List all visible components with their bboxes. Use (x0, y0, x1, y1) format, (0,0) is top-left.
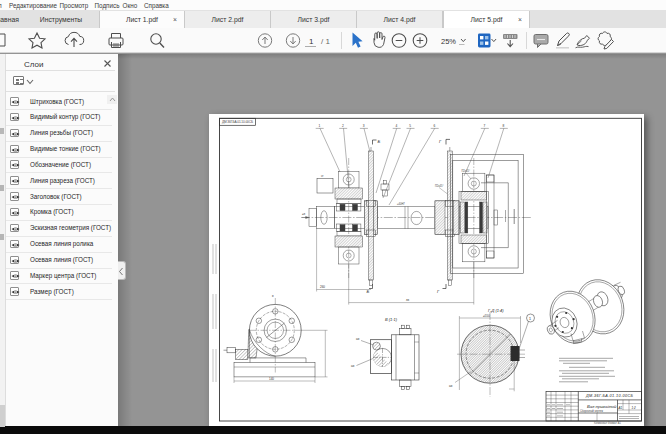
svg-text:1: 1 (309, 37, 314, 46)
svg-text:1: 1 (319, 124, 321, 128)
svg-text:7: 7 (484, 124, 486, 128)
svg-text:/ 1: / 1 (321, 37, 330, 46)
svg-text:5: 5 (409, 124, 411, 128)
svg-text:Вал приводной: Вал приводной (587, 404, 617, 409)
svg-text:Г: Г (439, 139, 442, 144)
svg-text:П2х45°: П2х45° (435, 184, 444, 188)
svg-text:8: 8 (503, 124, 505, 128)
svg-text:ав: ав (356, 337, 360, 341)
svg-text:⌀550: ⌀550 (483, 314, 490, 318)
svg-text:Копировал Формат А1: Копировал Формат А1 (594, 421, 621, 424)
svg-text:6: 6 (434, 124, 436, 128)
svg-text:Б: Б (378, 139, 381, 144)
svg-text:ДМ.36Г.БА.01.10.00СБ: ДМ.36Г.БА.01.10.00СБ (585, 394, 634, 398)
svg-text:Б: Б (367, 289, 370, 294)
svg-text:4: 4 (396, 124, 398, 128)
svg-text:⌀40Н7: ⌀40Н7 (397, 202, 405, 206)
svg-text:зв: зв (406, 298, 409, 302)
svg-text:Г: Г (437, 289, 440, 294)
svg-text:А1: А1 (618, 406, 623, 410)
svg-text:чт: чт (321, 175, 324, 178)
svg-text:ав: ав (351, 364, 355, 368)
svg-text:ДМ.36Г.БА.01.10.00СБ: ДМ.36Г.БА.01.10.00СБ (222, 120, 253, 124)
svg-text:1:2: 1:2 (632, 406, 637, 410)
svg-text:1: 1 (529, 317, 531, 321)
svg-text:3: 3 (363, 124, 365, 128)
svg-text:140: 140 (269, 377, 274, 381)
svg-text:2: 2 (342, 124, 344, 128)
svg-text:⌀з: ⌀з (302, 212, 306, 216)
svg-text:В (1:1): В (1:1) (385, 317, 398, 322)
svg-text:Г-Д (1:4): Г-Д (1:4) (488, 308, 504, 313)
svg-text:ав: ав (449, 384, 453, 388)
svg-text:в: в (272, 294, 274, 298)
svg-text:25%: 25% (441, 37, 456, 46)
svg-text:260: 260 (320, 285, 325, 289)
svg-text:Сборочный чертеж: Сборочный чертеж (580, 409, 603, 413)
